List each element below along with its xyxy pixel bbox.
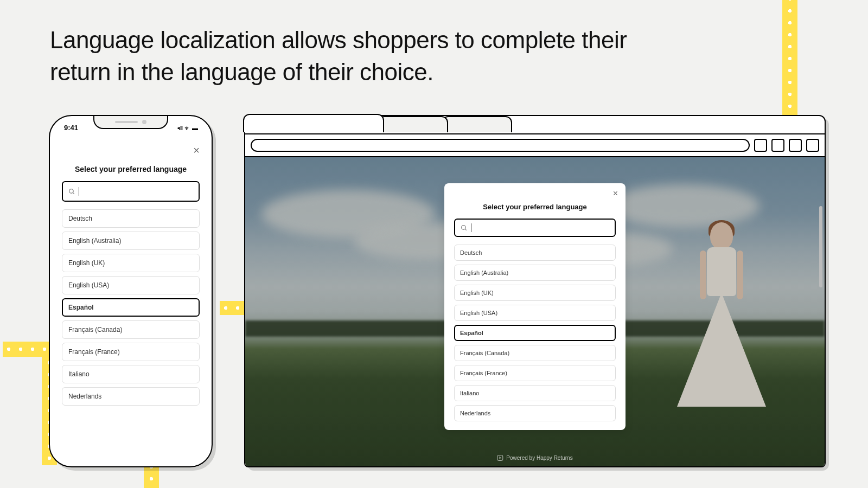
browser-tab-active[interactable]: [243, 114, 384, 132]
language-option[interactable]: Italiano: [454, 385, 616, 401]
toolbar-button[interactable]: [754, 139, 767, 152]
language-option[interactable]: Français (Canada): [454, 345, 616, 361]
language-option[interactable]: Deutsch: [454, 245, 616, 261]
close-icon[interactable]: ×: [613, 189, 618, 198]
toolbar-button[interactable]: [771, 139, 784, 152]
language-option[interactable]: Español: [62, 298, 200, 317]
wifi-icon: ᯤ: [184, 125, 190, 131]
modal-title: Select your preferred language: [454, 203, 616, 211]
phone-frame: 9:41 •ıll ᯤ ▬ × Select your preferred la…: [49, 115, 213, 467]
toolbar-button[interactable]: [806, 139, 819, 152]
close-icon[interactable]: ×: [193, 144, 200, 157]
search-input[interactable]: [62, 181, 200, 202]
status-time: 9:41: [64, 124, 78, 132]
browser-tab[interactable]: [442, 116, 512, 132]
phone-notch: [93, 116, 168, 129]
search-icon: [461, 224, 468, 232]
language-option[interactable]: English (USA): [62, 276, 200, 294]
svg-point-2: [462, 225, 466, 229]
search-icon: [68, 188, 75, 195]
language-option[interactable]: Nederlands: [454, 405, 616, 421]
language-list: DeutschEnglish (Australia)English (UK)En…: [454, 245, 616, 421]
url-bar[interactable]: [251, 139, 750, 152]
modal-title: Select your preferred language: [62, 165, 200, 174]
toolbar-button[interactable]: [789, 139, 802, 152]
language-modal: × Select your preferred language Deutsch…: [444, 183, 626, 430]
headline-text: Language localization allows shoppers to…: [50, 24, 647, 88]
language-option[interactable]: Français (Canada): [62, 320, 200, 339]
language-option[interactable]: English (UK): [454, 285, 616, 301]
svg-line-1: [73, 192, 74, 194]
powered-by: h Powered by Happy Returns: [497, 455, 572, 461]
language-option[interactable]: Français (France): [454, 365, 616, 381]
browser-tab[interactable]: [378, 116, 448, 132]
language-option[interactable]: English (Australia): [62, 232, 200, 250]
battery-icon: ▬: [192, 125, 197, 131]
language-option[interactable]: Español: [454, 325, 616, 341]
page-viewport: × Select your preferred language Deutsch…: [245, 157, 825, 466]
language-option[interactable]: Nederlands: [62, 387, 200, 406]
language-option[interactable]: Deutsch: [62, 209, 200, 228]
svg-line-3: [465, 229, 467, 230]
language-option[interactable]: Italiano: [62, 365, 200, 383]
brand-icon: h: [497, 455, 503, 461]
scrollbar[interactable]: [819, 190, 822, 450]
browser-tabs: [243, 114, 522, 132]
language-option[interactable]: Français (France): [62, 343, 200, 361]
browser-toolbar: [245, 134, 825, 157]
language-list: DeutschEnglish (Australia)English (UK)En…: [62, 209, 200, 406]
search-input[interactable]: [454, 219, 616, 237]
language-option[interactable]: English (UK): [62, 254, 200, 272]
decorative-strip: [220, 301, 247, 315]
language-option[interactable]: English (Australia): [454, 265, 616, 281]
language-option[interactable]: English (USA): [454, 305, 616, 321]
svg-point-0: [69, 189, 74, 193]
browser-window: × Select your preferred language Deutsch…: [244, 115, 826, 467]
signal-icon: •ıll: [177, 125, 182, 131]
